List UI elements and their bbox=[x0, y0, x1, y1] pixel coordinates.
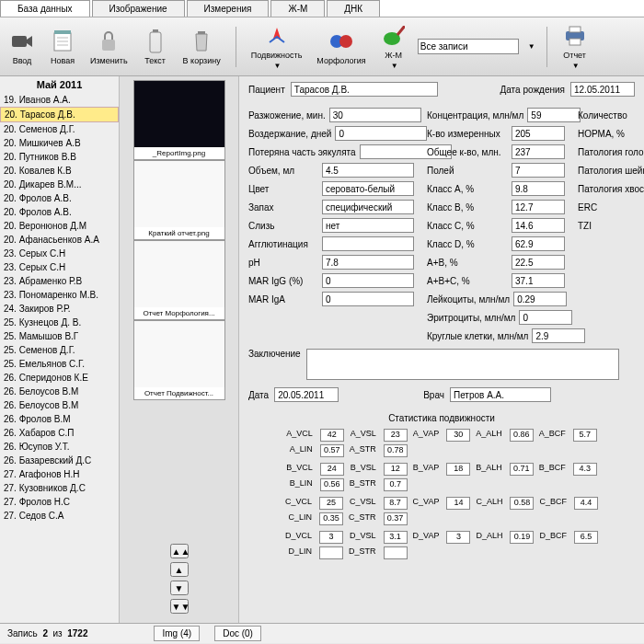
filter-combo[interactable] bbox=[418, 39, 519, 54]
patient-row[interactable]: 20. Фролов А.В. bbox=[0, 191, 119, 205]
btn-vvod[interactable]: Ввод bbox=[6, 27, 39, 67]
image-nav: ▲▲ ▲ ▼ ▼▼ bbox=[123, 538, 235, 619]
stat-cell: 4.4 bbox=[574, 497, 598, 510]
tab-measure[interactable]: Измерения bbox=[187, 0, 270, 17]
stat-cell: 25 bbox=[319, 497, 343, 510]
obem-input[interactable] bbox=[322, 163, 414, 178]
patient-row[interactable]: 26. Сперидонов К.Е bbox=[0, 371, 119, 385]
patient-row[interactable]: 25. Мамышов В.Г bbox=[0, 329, 119, 343]
tab-image[interactable]: Изображение bbox=[92, 0, 185, 17]
date-input[interactable] bbox=[274, 387, 339, 402]
obsh-input[interactable] bbox=[512, 144, 565, 159]
thumbnail[interactable]: Краткий отчет.png bbox=[133, 160, 225, 240]
patient-row[interactable]: 23. Серых С.Н bbox=[0, 247, 119, 260]
btn-text[interactable]: Текст bbox=[139, 27, 172, 67]
patient-row[interactable]: 20. Тарасов Д.В. bbox=[0, 107, 119, 122]
svg-point-12 bbox=[339, 35, 352, 48]
patient-row[interactable]: 23. Абраменко Р.В bbox=[0, 274, 119, 288]
kd-input[interactable] bbox=[512, 236, 565, 251]
printer-icon bbox=[562, 23, 588, 49]
thumbnail[interactable]: Отчет Подвижност... bbox=[133, 320, 225, 400]
marigg-input[interactable] bbox=[322, 273, 414, 288]
razzh-input[interactable] bbox=[329, 108, 421, 122]
zapah-input[interactable] bbox=[322, 200, 414, 214]
konc-input[interactable] bbox=[527, 108, 581, 122]
patient-row[interactable]: 26. Белоусов В.М bbox=[0, 398, 119, 412]
thumbnail[interactable]: _ReportImg.png bbox=[133, 80, 225, 160]
tab-dnk[interactable]: ДНК bbox=[327, 0, 380, 17]
patient-row[interactable]: 27. Фролов Н.С bbox=[0, 495, 119, 509]
patient-row[interactable]: 20. Афанасьенков А.А bbox=[0, 233, 119, 247]
ph-input[interactable] bbox=[322, 255, 414, 270]
patient-row[interactable]: 24. Закиров Р.Р. bbox=[0, 302, 119, 316]
patient-row[interactable]: 20. Семенов Д.Г. bbox=[0, 122, 119, 136]
patient-row[interactable]: 26. Хабаров С.П bbox=[0, 426, 119, 440]
patient-row[interactable]: 19. Иванов А.А. bbox=[0, 93, 119, 107]
patient-row[interactable]: 20. Дикарев В.М... bbox=[0, 178, 119, 191]
svg-rect-0 bbox=[12, 36, 27, 47]
zakl-input[interactable] bbox=[306, 349, 619, 380]
morphology-icon bbox=[328, 29, 354, 54]
kb-input[interactable] bbox=[512, 200, 565, 214]
patient-row[interactable]: 26. Белоусов В.М bbox=[0, 385, 119, 398]
stat-cell: 18 bbox=[446, 463, 470, 476]
ka-input[interactable] bbox=[512, 181, 565, 196]
chevron-down-icon[interactable]: ▼ bbox=[528, 42, 535, 51]
btn-mobility[interactable]: Подвижность▼ bbox=[247, 21, 306, 72]
ab-input[interactable] bbox=[512, 255, 565, 270]
poley-input[interactable] bbox=[512, 163, 565, 178]
cvet-input[interactable] bbox=[322, 181, 414, 196]
btn-report[interactable]: Отчет▼ bbox=[558, 21, 592, 72]
nav-up[interactable]: ▲ bbox=[170, 562, 189, 577]
patient-row[interactable]: 20. Мишкичев А.В bbox=[0, 136, 119, 150]
patient-row[interactable]: 26. Юсупов У.Т. bbox=[0, 440, 119, 454]
patient-row[interactable]: 25. Кузнецов Д. В. bbox=[0, 316, 119, 329]
patient-row[interactable]: 20. Веронюнов Д.М bbox=[0, 219, 119, 233]
patient-row[interactable]: 20. Фролов А.В. bbox=[0, 205, 119, 219]
stat-cell: 14 bbox=[446, 497, 470, 510]
patient-input[interactable] bbox=[291, 82, 438, 97]
patient-row[interactable]: 20. Ковалев К.В bbox=[0, 164, 119, 178]
eritr-input[interactable] bbox=[519, 310, 572, 325]
mariga-input[interactable] bbox=[322, 292, 414, 306]
patient-row[interactable]: 23. Пономаренко М.В. bbox=[0, 288, 119, 302]
btn-new[interactable]: Новая bbox=[46, 27, 79, 67]
img-count-btn[interactable]: Img (4) bbox=[154, 626, 200, 641]
toolbar: Ввод Новая Изменить Текст В корзину Подв… bbox=[0, 17, 644, 76]
abc-input[interactable] bbox=[512, 273, 565, 288]
nav-first[interactable]: ▼▼ bbox=[170, 599, 189, 614]
nav-down[interactable]: ▼ bbox=[170, 581, 189, 595]
aggl-input[interactable] bbox=[322, 236, 414, 251]
sliz-input[interactable] bbox=[322, 218, 414, 233]
patient-row[interactable]: 27. Кузовников Д.С bbox=[0, 481, 119, 495]
thumbnail[interactable]: Отчет Морфология... bbox=[133, 240, 225, 320]
doc-count-btn[interactable]: Doc (0) bbox=[214, 626, 261, 641]
btn-trash[interactable]: В корзину bbox=[179, 27, 224, 67]
chevron-down-icon: ▼ bbox=[274, 62, 282, 70]
stat-cell: 0.57 bbox=[320, 444, 344, 457]
btn-zhm[interactable]: Ж-М▼ bbox=[377, 21, 410, 72]
dob-input[interactable] bbox=[570, 82, 635, 97]
btn-edit[interactable]: Изменить bbox=[86, 27, 132, 67]
patient-row[interactable]: 25. Семенов Д.Г. bbox=[0, 343, 119, 357]
patient-row[interactable]: 27. Агафонов Н.Н bbox=[0, 467, 119, 481]
patient-row[interactable]: 23. Серых С.Н bbox=[0, 260, 119, 274]
patient-row[interactable]: 26. Фролов В.М bbox=[0, 412, 119, 426]
tab-db[interactable]: База данных bbox=[0, 0, 90, 17]
nav-last[interactable]: ▲▲ bbox=[170, 544, 189, 558]
kizm-input[interactable] bbox=[512, 126, 565, 141]
vrach-input[interactable] bbox=[450, 387, 551, 402]
btn-morph[interactable]: Морфология bbox=[313, 27, 369, 67]
patient-row[interactable]: 27. Седов С.А bbox=[0, 509, 119, 523]
patient-row[interactable]: 20. Путников В.В bbox=[0, 150, 119, 164]
tab-zhm[interactable]: Ж-М bbox=[270, 0, 325, 17]
patient-row[interactable]: 26. Базаревский Д.С bbox=[0, 454, 119, 467]
patient-label: Пациент bbox=[248, 85, 285, 95]
stat-cell: 4.3 bbox=[573, 463, 597, 476]
dob-label: Дата рождения bbox=[500, 85, 565, 95]
kc-input[interactable] bbox=[512, 218, 565, 233]
vozd-input[interactable] bbox=[335, 126, 427, 141]
patient-row[interactable]: 25. Емельянов С.Г. bbox=[0, 357, 119, 371]
svg-rect-17 bbox=[569, 39, 581, 45]
leik-input[interactable] bbox=[513, 292, 567, 306]
